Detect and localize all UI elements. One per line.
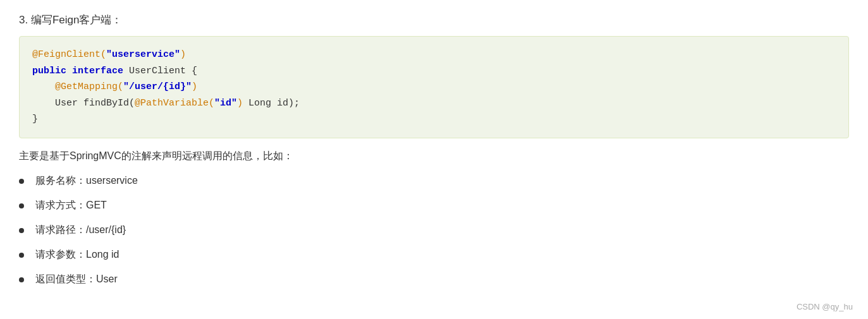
list-item-value: /user/{id} <box>86 224 126 235</box>
section-title: 3. 编写Feign客户端： <box>19 13 849 27</box>
list-item-label: 返回值类型： <box>35 274 96 284</box>
annotation-getmapping: @GetMapping("/user/{id}") <box>55 81 197 92</box>
keyword-interface: interface <box>72 66 123 76</box>
list-item-value: User <box>96 274 118 284</box>
description-text: 主要是基于SpringMVC的注解来声明远程调用的信息，比如： <box>19 150 849 163</box>
bullet-dot <box>19 253 24 258</box>
list-item-value: userservice <box>86 175 138 186</box>
list-item-label: 请求方式： <box>35 200 86 210</box>
list-item: 请求路径：/user/{id} <box>19 224 849 237</box>
list-item: 请求方式：GET <box>19 199 849 212</box>
code-block: @FeignClient("userservice") public inter… <box>19 36 849 138</box>
list-item-text: 请求方式：GET <box>35 199 107 212</box>
list-item-label: 请求参数： <box>35 249 86 260</box>
bullet-dot <box>19 203 24 208</box>
list-item-text: 服务名称：userservice <box>35 174 138 188</box>
list-item-text: 请求路径：/user/{id} <box>35 224 126 237</box>
list-item-value: Long id <box>86 249 119 260</box>
bullet-dot <box>19 277 24 282</box>
list-item-text: 返回值类型：User <box>35 273 118 286</box>
list-item-text: 请求参数：Long id <box>35 248 119 262</box>
bullet-list: 服务名称：userservice 请求方式：GET 请求路径：/user/{id… <box>19 174 849 286</box>
list-item: 服务名称：userservice <box>19 174 849 188</box>
list-item-value: GET <box>86 200 107 210</box>
watermark: CSDN @qy_hu <box>797 302 853 311</box>
bullet-dot <box>19 228 24 233</box>
list-item: 请求参数：Long id <box>19 248 849 262</box>
list-item: 返回值类型：User <box>19 273 849 286</box>
bullet-dot <box>19 179 24 184</box>
list-item-label: 请求路径： <box>35 224 86 235</box>
list-item-label: 服务名称： <box>35 175 86 186</box>
annotation-feignclient: @FeignClient("userservice") <box>32 49 186 60</box>
keyword-public: public <box>32 66 66 76</box>
annotation-pathvariable: @PathVariable("id") <box>135 98 243 109</box>
